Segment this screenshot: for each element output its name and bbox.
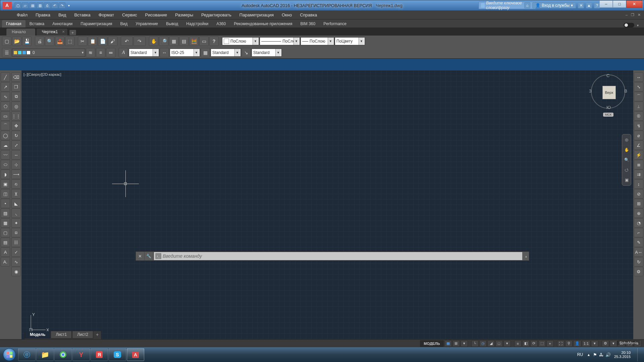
viewcube[interactable]: Верх С Ю В З МСК (590, 73, 627, 110)
ribbon-tab-output[interactable]: Вывод (162, 20, 182, 27)
new-icon[interactable]: ▢ (2, 37, 11, 46)
block-icon[interactable]: ◫ (1, 189, 10, 198)
textstyle-icon[interactable]: A (119, 48, 128, 57)
layer-combo[interactable]: 0 ▼ (12, 49, 85, 57)
table-icon[interactable]: ▤ (1, 238, 10, 247)
scale-icon[interactable]: ⤢ (11, 140, 21, 150)
status-dyn-icon[interactable]: + (546, 340, 554, 347)
region-icon[interactable]: ▢ (1, 228, 10, 237)
chamfer-icon[interactable]: ◣ (11, 199, 21, 208)
status-dropdown3-icon[interactable]: ▾ (591, 340, 598, 347)
viewport-label[interactable]: [–][Сверху][2D-каркас] (23, 72, 61, 76)
status-sc-icon[interactable]: ⚲ (565, 340, 573, 347)
circle-icon[interactable]: ◯ (1, 131, 10, 140)
color-combo[interactable]: ПоСлою▼ (222, 37, 259, 45)
join-icon[interactable]: ⊻ (11, 189, 21, 198)
dim-break-icon[interactable]: ⊘ (634, 189, 643, 198)
status-ortho-icon[interactable]: └ (471, 340, 479, 347)
status-3dosnap-icon[interactable]: ⬚ (538, 340, 546, 347)
dim-arc-icon[interactable]: ⌒ (634, 92, 643, 101)
qat-save-icon[interactable]: ▤ (29, 2, 36, 8)
minimize-button[interactable]: – (599, 0, 613, 8)
ribbon-tab-addins[interactable]: Надстройки (182, 20, 212, 27)
copy-icon[interactable]: 📋 (88, 37, 97, 46)
qat-new-icon[interactable]: ▢ (14, 2, 21, 8)
dimstyle-icon[interactable]: ↔ (160, 48, 169, 57)
tray-flag-icon[interactable]: ⚑ (593, 352, 597, 357)
layerprops-icon[interactable]: ☰ (2, 48, 11, 57)
trim-icon[interactable]: ⊹ (11, 160, 21, 169)
paste-icon[interactable]: 📄 (98, 37, 107, 46)
taskbar-ie-icon[interactable]: ⓔ (18, 348, 36, 361)
donut-icon[interactable]: ◉ (11, 267, 21, 276)
tray-language[interactable]: RU (576, 352, 584, 358)
draworder-icon[interactable]: ☷ (11, 238, 21, 247)
status-snapmode-icon[interactable]: ⊞ (452, 340, 460, 347)
redo-icon[interactable]: ↷ (133, 37, 146, 46)
textstyle-combo[interactable]: Standard▼ (129, 49, 159, 57)
fillet-icon[interactable]: ◟ (11, 208, 21, 218)
nav-showmotion-icon[interactable]: ▣ (623, 177, 630, 183)
ribbon-tab-performance[interactable]: Performance (319, 20, 351, 27)
3dprint-icon[interactable]: ⬚ (65, 37, 74, 46)
layerstate-icon[interactable]: ≋ (86, 48, 95, 57)
file-tab-drawing1[interactable]: Чертеж1 ✕ (36, 28, 68, 36)
rotate-icon[interactable]: ↻ (11, 131, 21, 140)
mirror-icon[interactable]: ⧉ (11, 92, 21, 101)
qat-print-icon[interactable]: ⎙ (44, 2, 51, 8)
polygon-icon[interactable]: ⬠ (1, 102, 10, 111)
menu-help[interactable]: Справка (296, 11, 321, 18)
file-tab-add[interactable]: + (69, 29, 76, 36)
qcalc-icon[interactable]: 🧮 (189, 37, 199, 46)
rect-icon[interactable]: ▭ (1, 111, 10, 121)
dim-diameter-icon[interactable]: ⌀ (634, 131, 643, 140)
help-btn-icon[interactable]: ? (209, 37, 219, 46)
ribbon-tab-a360[interactable]: A360 (212, 20, 230, 27)
mleaderstyle-combo[interactable]: Standard▼ (252, 49, 282, 57)
publish-icon[interactable]: 📤 (55, 37, 64, 46)
ssm-icon[interactable]: ▦ (169, 37, 178, 46)
jog-icon[interactable]: ⌐ (634, 228, 643, 237)
menu-tools[interactable]: Сервис (118, 11, 141, 18)
viewcube-top-face[interactable]: Верх (602, 86, 616, 99)
pline-icon[interactable]: ∿ (1, 92, 10, 101)
autodesk-account-icon[interactable]: ⌂ (524, 2, 530, 8)
status-polar-icon[interactable]: ◷ (479, 340, 487, 347)
taskbar-explorer-icon[interactable]: 📁 (36, 348, 54, 361)
dimstyle-combo[interactable]: ISO-25▼ (170, 49, 200, 57)
dimedit-icon[interactable]: ✎ (634, 238, 643, 247)
tab-add-layout[interactable]: + (94, 331, 101, 338)
tray-chevron-icon[interactable]: ▴ (588, 352, 590, 357)
tolerance-icon[interactable]: ⊞ (634, 199, 643, 208)
dim-ordinate-icon[interactable]: ⟂ (634, 102, 643, 111)
plotstyle-combo[interactable]: ПоЦвету▼ (335, 37, 365, 45)
cut-icon[interactable]: ✂ (78, 37, 87, 46)
nav-orbit-icon[interactable]: ⭯ (623, 167, 630, 173)
preview-icon[interactable]: 🔍 (45, 37, 54, 46)
viewcube-wcs-label[interactable]: МСК (603, 113, 613, 117)
qat-redo-icon[interactable]: ↷ (59, 2, 65, 8)
doc-restore-icon[interactable]: ❐ (630, 12, 636, 17)
layeriso-icon[interactable]: ≡ (96, 48, 105, 57)
status-model-button[interactable]: МОДЕЛЬ (420, 340, 443, 347)
file-tab-start[interactable]: Начало (6, 28, 36, 36)
cmd-customize-icon[interactable]: 🔧 (145, 252, 153, 260)
status-transparency-icon[interactable]: ◧ (522, 340, 530, 347)
taskbar-yandex2-icon[interactable]: Я (91, 348, 108, 361)
cleanscreen-icon[interactable]: ▭ (199, 37, 209, 46)
menu-modify[interactable]: Редактировать (197, 11, 235, 18)
inspect-icon[interactable]: ◔ (634, 218, 643, 228)
ribbon-tab-insert[interactable]: Вставка (25, 20, 49, 27)
break-icon[interactable]: ⎋ (11, 179, 21, 189)
drawing-canvas[interactable]: [–][Сверху][2D-каркас] Y X Верх С Ю В З … (21, 70, 633, 339)
offset-icon[interactable]: ◎ (11, 102, 21, 111)
tray-volume-icon[interactable]: 🔊 (605, 352, 611, 357)
arc-icon[interactable]: ⌒ (1, 121, 10, 130)
linetype-combo[interactable]: ПоСлою▼ (260, 37, 300, 45)
exchange-apps-icon[interactable]: ✕ (578, 2, 584, 8)
ellipse-icon[interactable]: ⬭ (1, 160, 10, 169)
status-lwt-icon[interactable]: ≡ (514, 340, 522, 347)
nav-fullwheel-icon[interactable]: ◎ (623, 136, 630, 143)
menu-view[interactable]: Вид (54, 11, 70, 18)
dim-aligned-icon[interactable]: ⤡ (634, 82, 643, 92)
